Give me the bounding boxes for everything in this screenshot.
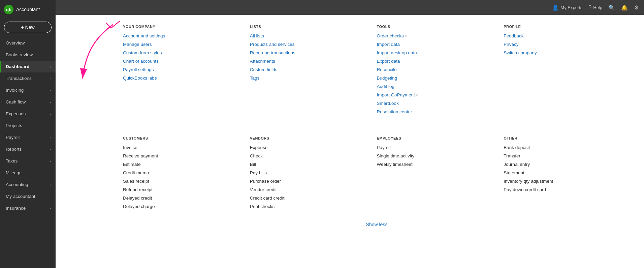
tags-link[interactable]: Tags [250,76,370,81]
top-dropdown-sections: YOUR COMPANY Account and settings Manage… [123,25,631,118]
customers-header: CUSTOMERS [123,136,243,140]
other-section: OTHER Bank deposit Transfer Journal entr… [504,136,631,212]
sidebar-item-my-accountant[interactable]: My accountant [0,190,56,202]
sidebar-item-books-review[interactable]: Books review [0,49,56,61]
pay-bills-link[interactable]: Pay bills [250,170,370,175]
lists-section: LISTS All lists Products and services Re… [250,25,377,118]
sidebar-item-overview[interactable]: Overview [0,37,56,49]
purchase-order-link[interactable]: Purchase order [250,179,370,184]
pay-down-credit-card-link[interactable]: Pay down credit card [504,187,624,192]
statement-link[interactable]: Statement [504,170,624,175]
employees-header: EMPLOYEES [377,136,497,140]
app-name: Accountant [16,7,40,12]
budgeting-link[interactable]: Budgeting [377,76,497,81]
credit-card-credit-link[interactable]: Credit card credit [250,196,370,201]
sidebar-item-mileage[interactable]: Mileage [0,167,56,179]
sidebar-item-cash-flow[interactable]: Cash flow › [0,96,56,108]
custom-fields-link[interactable]: Custom fields [250,67,370,72]
estimate-link[interactable]: Estimate [123,162,243,167]
all-lists-link[interactable]: All lists [250,33,370,38]
invoice-link[interactable]: Invoice [123,145,243,150]
check-link[interactable]: Check [250,153,370,158]
chart-of-accounts-link[interactable]: Chart of accounts [123,59,243,64]
print-checks-link[interactable]: Print checks [250,204,370,209]
sidebar-item-taxes[interactable]: Taxes › [0,155,56,167]
order-checks-link[interactable]: Order checks ⎋ [377,33,497,38]
notifications-button[interactable]: 🔔 [621,4,628,11]
main-content: 👤 My Experts ? Help 🔍 🔔 ⚙ [56,0,644,268]
vendor-credit-link[interactable]: Vendor credit [250,187,370,192]
import-data-link[interactable]: Import data [377,42,497,47]
sidebar-item-dashboard[interactable]: Dashboard › [0,61,56,72]
other-header: OTHER [504,136,624,140]
quickbooks-labs-link[interactable]: QuickBooks labs [123,76,243,81]
products-services-link[interactable]: Products and services [250,42,370,47]
external-link-icon: ⎋ [416,93,418,97]
lists-header: LISTS [250,25,370,29]
expense-link[interactable]: Expense [250,145,370,150]
sidebar-item-transactions[interactable]: Transactions › [0,72,56,84]
export-data-link[interactable]: Export data [377,59,497,64]
arrow-annotation [66,21,126,95]
import-desktop-data-link[interactable]: Import desktop data [377,50,497,55]
help-button[interactable]: ? Help [588,4,602,10]
create-sections: CUSTOMERS Invoice Receive payment Estima… [123,128,631,212]
weekly-timesheet-link[interactable]: Weekly timesheet [377,162,497,167]
your-company-header: YOUR COMPANY [123,25,243,29]
chevron-right-icon: › [50,147,51,151]
inventory-qty-adjustment-link[interactable]: Inventory qty adjustment [504,179,624,184]
logo-area: qb Accountant [0,0,56,19]
account-settings-link[interactable]: Account and settings [123,33,243,38]
show-less-button[interactable]: Show less [123,219,631,230]
transfer-link[interactable]: Transfer [504,153,624,158]
sidebar-item-projects[interactable]: Projects [0,120,56,131]
delayed-credit-link[interactable]: Delayed credit [123,196,243,201]
chevron-right-icon: › [50,77,51,81]
smartlook-link[interactable]: SmartLook [377,101,497,106]
sidebar-item-insurance[interactable]: Insurance › [0,202,56,214]
single-time-activity-link[interactable]: Single time activity [377,153,497,158]
privacy-link[interactable]: Privacy [504,42,624,47]
search-button[interactable]: 🔍 [608,4,615,11]
feedback-link[interactable]: Feedback [504,33,624,38]
journal-entry-link[interactable]: Journal entry [504,162,624,167]
manage-users-link[interactable]: Manage users [123,42,243,47]
employees-section: EMPLOYEES Payroll Single time activity W… [377,136,504,212]
payroll-link[interactable]: Payroll [377,145,497,150]
bill-link[interactable]: Bill [250,162,370,167]
search-icon: 🔍 [608,4,615,11]
custom-form-styles-link[interactable]: Custom form styles [123,50,243,55]
audit-log-link[interactable]: Audit log [377,84,497,89]
reconcile-link[interactable]: Reconcile [377,67,497,72]
attachments-link[interactable]: Attachments [250,59,370,64]
chevron-right-icon: › [50,112,51,116]
profile-section: PROFILE Feedback Privacy Switch company [504,25,631,118]
dropdown-panel: YOUR COMPANY Account and settings Manage… [56,15,644,268]
chevron-right-icon: › [50,206,51,210]
sidebar-item-payroll[interactable]: Payroll › [0,131,56,143]
sidebar-item-accounting[interactable]: Accounting › [0,179,56,190]
gear-icon: ⚙ [634,4,639,11]
refund-receipt-link[interactable]: Refund receipt [123,187,243,192]
new-button[interactable]: + New [4,22,52,33]
switch-company-link[interactable]: Switch company [504,50,624,55]
payroll-settings-link[interactable]: Payroll settings [123,67,243,72]
my-experts-button[interactable]: 👤 My Experts [552,4,582,11]
recurring-transactions-link[interactable]: Recurring transactions [250,50,370,55]
sidebar-item-expenses[interactable]: Expenses › [0,108,56,120]
bank-deposit-link[interactable]: Bank deposit [504,145,624,150]
help-icon: ? [588,4,591,10]
settings-button[interactable]: ⚙ [634,4,639,11]
import-gopayment-link[interactable]: Import GoPayment ⎋ [377,92,497,97]
delayed-charge-link[interactable]: Delayed charge [123,204,243,209]
sidebar-item-reports[interactable]: Reports › [0,143,56,155]
tools-section: TOOLS Order checks ⎋ Import data Import … [377,25,504,118]
credit-memo-link[interactable]: Credit memo [123,170,243,175]
receive-payment-link[interactable]: Receive payment [123,153,243,158]
resolution-center-link[interactable]: Resolution center [377,109,497,114]
external-link-icon: ⎋ [405,34,407,38]
bell-icon: 🔔 [621,4,628,11]
person-icon: 👤 [552,4,559,11]
sales-receipt-link[interactable]: Sales receipt [123,179,243,184]
sidebar-item-invoicing[interactable]: Invoicing › [0,84,56,96]
